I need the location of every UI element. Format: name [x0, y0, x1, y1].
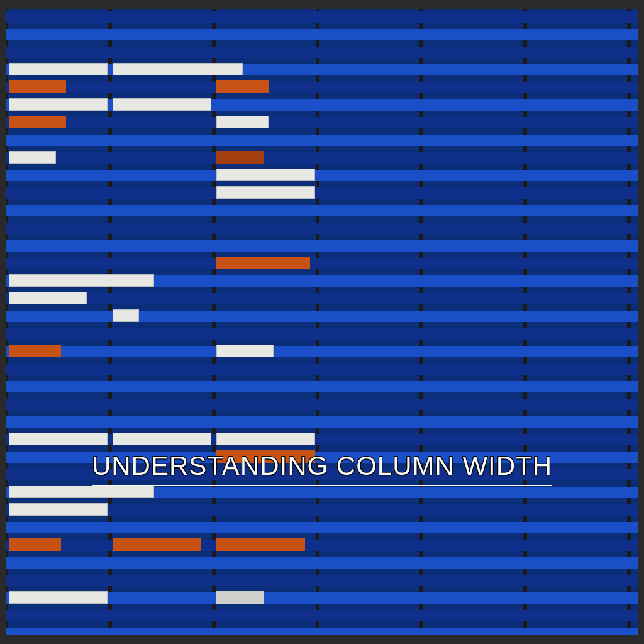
highlight-cell	[216, 169, 315, 181]
border-top	[0, 0, 644, 9]
grid-row	[6, 135, 638, 146]
grid-row	[6, 557, 638, 569]
highlight-cell	[216, 80, 269, 93]
highlight-cell	[216, 591, 264, 604]
highlight-cell	[9, 486, 154, 498]
grid-row	[6, 293, 638, 304]
grid-row	[6, 346, 638, 357]
border-bottom	[0, 635, 644, 644]
highlight-cell	[9, 98, 108, 111]
grid-row	[6, 364, 638, 375]
grid-row	[6, 117, 638, 128]
highlight-cell	[216, 186, 315, 199]
spreadsheet-grid	[6, 9, 638, 635]
grid-row	[6, 11, 638, 23]
highlight-cell	[9, 80, 66, 93]
grid-row	[6, 575, 638, 586]
grid-row	[6, 416, 638, 428]
page-title: Understanding Column Width	[92, 451, 552, 486]
grid-row	[6, 399, 638, 410]
highlight-cell	[9, 116, 66, 128]
highlight-cell	[9, 292, 87, 304]
grid-row	[6, 540, 638, 551]
highlight-cell	[216, 433, 315, 445]
grid-row	[6, 205, 638, 216]
grid-row	[6, 29, 638, 40]
highlight-cell	[9, 591, 108, 604]
highlight-cell	[9, 151, 56, 164]
highlight-cell	[113, 309, 139, 322]
grid-row	[6, 170, 638, 181]
highlight-cell	[9, 433, 108, 445]
highlight-cell	[9, 345, 61, 357]
title-container: Understanding Column Width	[0, 450, 644, 487]
highlight-cell	[216, 345, 274, 357]
grid-row	[6, 311, 638, 322]
highlight-cell	[9, 63, 108, 75]
highlight-cell	[113, 433, 211, 445]
highlight-cell	[113, 538, 201, 551]
highlight-cell	[9, 274, 154, 287]
grid-row	[6, 610, 638, 621]
grid-row	[6, 522, 638, 533]
grid-row	[6, 328, 638, 340]
border-left	[0, 0, 6, 644]
grid-row	[6, 187, 638, 199]
highlight-cell	[216, 257, 310, 269]
highlight-cell	[113, 98, 211, 111]
highlight-cell	[216, 151, 264, 164]
highlight-cell	[216, 538, 305, 551]
illustration-frame: Understanding Column Width	[0, 0, 644, 644]
highlight-cell	[9, 538, 61, 551]
highlight-cell	[9, 503, 108, 516]
grid-row	[6, 82, 638, 93]
highlight-cell	[216, 116, 269, 128]
grid-row	[6, 240, 638, 252]
grid-row	[6, 258, 638, 269]
grid-row	[6, 47, 638, 58]
grid-row	[6, 152, 638, 164]
border-right	[638, 0, 644, 644]
grid-row	[6, 381, 638, 392]
grid-row	[6, 223, 638, 234]
highlight-cell	[113, 63, 243, 75]
